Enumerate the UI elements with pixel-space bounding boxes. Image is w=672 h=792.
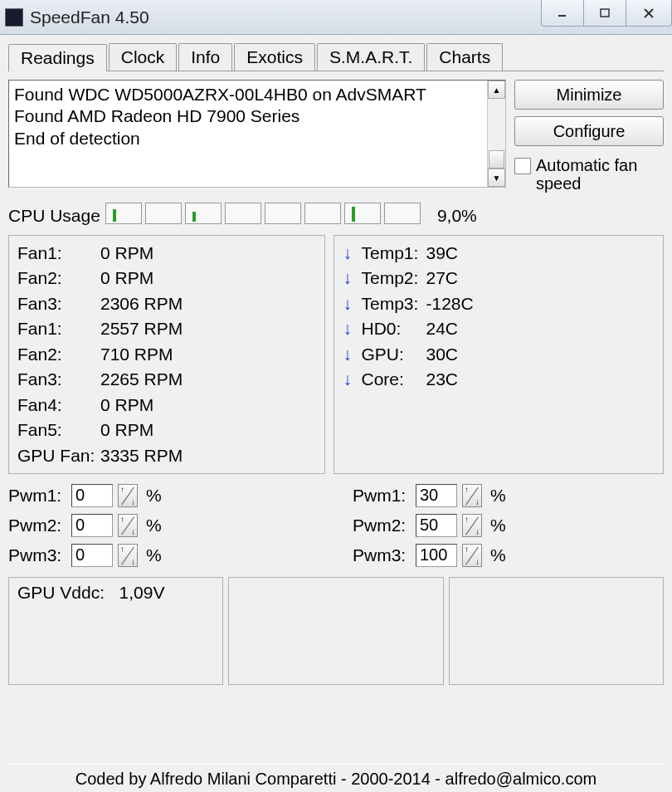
scroll-up-icon[interactable]: ▲: [488, 81, 505, 99]
fan-name: GPU Fan:: [17, 443, 100, 468]
fan-rpm: 2306 RPM: [100, 291, 183, 316]
temp-row: ↓HD0:24C: [343, 316, 655, 341]
cpu-usage-row: CPU Usage 9,0%: [8, 203, 664, 228]
tab-smart[interactable]: S.M.A.R.T.: [317, 43, 425, 71]
window-minimize-button[interactable]: [541, 0, 584, 27]
pwm-spinner[interactable]: [118, 514, 138, 537]
temp-value: 27C: [426, 266, 458, 291]
readings-panels: Fan1:0 RPMFan2:0 RPMFan3:2306 RPMFan1:25…: [8, 235, 664, 474]
pwm-spinner[interactable]: [118, 544, 138, 567]
fan-row: Fan2:710 RPM: [17, 342, 316, 367]
pwm-control: Pwm1:%: [8, 484, 319, 507]
pwm-label: Pwm3:: [353, 545, 411, 565]
pwm-percent-sign: %: [146, 516, 162, 535]
fan-rpm: 3335 RPM: [100, 443, 183, 468]
scroll-thumb[interactable]: [489, 150, 504, 169]
voltage-box-3: [449, 577, 664, 685]
pwm-percent-sign: %: [146, 486, 162, 506]
fan-name: Fan3:: [17, 291, 100, 316]
temp-row: ↓GPU:30C: [343, 342, 655, 367]
fan-rpm: 2557 RPM: [100, 316, 183, 341]
log-scrollbar[interactable]: ▲ ▼: [487, 81, 505, 187]
temp-value: 30C: [426, 342, 458, 367]
pwm-value-input[interactable]: [416, 514, 457, 537]
fan-row: Fan1:0 RPM: [17, 241, 316, 266]
pwm-percent-sign: %: [490, 486, 506, 506]
temp-name: GPU:: [361, 342, 426, 367]
voltage-section: GPU Vddc: 1,09V: [8, 577, 664, 685]
cpu-core-bar: [344, 203, 381, 224]
pwm-percent-sign: %: [490, 516, 506, 535]
pwm-label: Pwm2:: [353, 516, 411, 535]
auto-fan-checkbox[interactable]: [514, 158, 531, 174]
footer-credits: Coded by Alfredo Milani Comparetti - 200…: [8, 764, 664, 792]
detection-log: Found WDC WD5000AZRX-00L4HB0 on AdvSMART…: [8, 80, 506, 188]
pwm-label: Pwm2:: [8, 516, 66, 535]
window-maximize-button[interactable]: [583, 0, 626, 27]
fan-rpm: 0 RPM: [100, 241, 153, 266]
down-arrow-icon: ↓: [343, 342, 356, 367]
temp-row: ↓Temp1:39C: [343, 241, 655, 266]
pwm-control: Pwm3:%: [353, 544, 664, 567]
fan-rpm: 0 RPM: [100, 393, 153, 418]
svg-rect-1: [601, 9, 609, 17]
pwm-value-input[interactable]: [416, 544, 457, 567]
tab-charts[interactable]: Charts: [426, 43, 503, 71]
pwm-value-input[interactable]: [71, 484, 113, 507]
cpu-core-bar: [384, 203, 421, 224]
cpu-core-bar: [265, 203, 301, 224]
fan-row: Fan3:2306 RPM: [17, 291, 316, 316]
pwm-left-col: Pwm1:%Pwm2:%Pwm3:%: [8, 484, 319, 567]
fan-row: Fan2:0 RPM: [17, 266, 316, 291]
pwm-label: Pwm1:: [8, 486, 66, 506]
temp-value: 39C: [426, 241, 458, 266]
temp-row: ↓Core:23C: [343, 367, 655, 392]
pwm-spinner[interactable]: [462, 484, 482, 507]
cpu-usage-percent: 9,0%: [437, 206, 477, 226]
top-row: Found WDC WD5000AZRX-00L4HB0 on AdvSMART…: [8, 80, 664, 193]
configure-button[interactable]: Configure: [514, 116, 664, 146]
pwm-value-input[interactable]: [71, 514, 113, 537]
pwm-spinner[interactable]: [462, 544, 482, 567]
cpu-core-bar: [225, 203, 261, 224]
pwm-spinner[interactable]: [462, 514, 482, 537]
pwm-control: Pwm2:%: [8, 514, 319, 537]
fan-rpm: 710 RPM: [100, 342, 173, 367]
cpu-usage-label: CPU Usage: [8, 206, 100, 226]
fan-name: Fan5:: [17, 418, 100, 442]
pwm-control: Pwm1:%: [353, 484, 664, 507]
down-arrow-icon: ↓: [343, 316, 356, 341]
titlebar: SpeedFan 4.50: [0, 0, 672, 35]
down-arrow-icon: ↓: [343, 367, 356, 392]
pwm-percent-sign: %: [146, 545, 162, 565]
side-buttons: Minimize Configure Automatic fan speed: [514, 80, 664, 193]
temp-name: Temp2:: [361, 266, 426, 291]
voltage-box-2: [228, 577, 443, 685]
tab-info[interactable]: Info: [178, 43, 232, 71]
window-close-button[interactable]: [626, 0, 672, 27]
scroll-track[interactable]: [488, 99, 505, 169]
fan-row: Fan1:2557 RPM: [17, 316, 316, 341]
fan-rpm: 2265 RPM: [100, 367, 183, 392]
fan-row: Fan5:0 RPM: [17, 418, 316, 442]
pwm-label: Pwm3:: [8, 545, 66, 565]
pwm-label: Pwm1:: [353, 486, 411, 506]
pwm-value-input[interactable]: [71, 544, 113, 567]
tab-readings[interactable]: Readings: [8, 44, 107, 71]
voltage-value: 1,09V: [119, 583, 165, 602]
window-controls: [542, 0, 672, 30]
scroll-down-icon[interactable]: ▼: [488, 169, 505, 187]
tab-clock[interactable]: Clock: [109, 43, 178, 71]
temp-value: -128C: [426, 291, 473, 316]
pwm-spinner[interactable]: [118, 484, 138, 507]
voltage-box: GPU Vddc: 1,09V: [8, 577, 223, 685]
tab-strip: Readings Clock Info Exotics S.M.A.R.T. C…: [8, 43, 664, 71]
detection-log-text: Found WDC WD5000AZRX-00L4HB0 on AdvSMART…: [9, 81, 487, 187]
pwm-value-input[interactable]: [416, 484, 457, 507]
minimize-button[interactable]: Minimize: [514, 80, 664, 110]
voltage-label: GPU Vddc:: [17, 583, 105, 602]
fan-name: Fan2:: [17, 266, 100, 291]
tab-exotics[interactable]: Exotics: [234, 43, 315, 71]
fan-name: Fan4:: [17, 393, 100, 418]
temp-panel: ↓Temp1:39C↓Temp2:27C↓Temp3:-128C↓HD0:24C…: [334, 235, 664, 474]
